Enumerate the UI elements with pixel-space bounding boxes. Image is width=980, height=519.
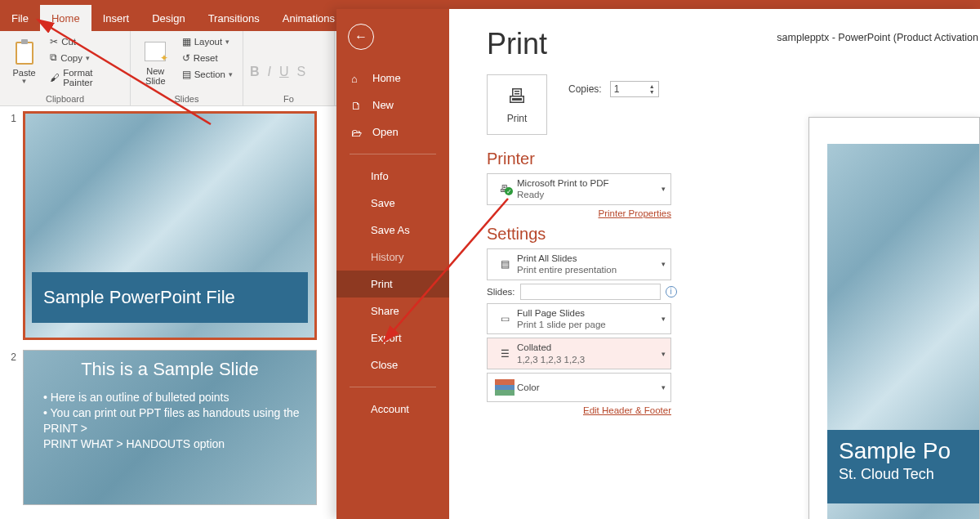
layout-button[interactable]: ▦Layout <box>179 34 236 49</box>
nav-new[interactable]: 🗋New <box>336 92 449 119</box>
spinner-icon[interactable]: ▲▼ <box>649 83 655 95</box>
backstage-content: samplepptx - PowerPoint (Product Activat… <box>449 9 980 519</box>
color-swatch-icon <box>492 377 517 398</box>
slide2-body: Here is an outline of bulleted points Yo… <box>43 390 305 452</box>
color-select[interactable]: Color <box>487 373 671 402</box>
nav-home[interactable]: ⌂Home <box>336 65 449 92</box>
section-icon: ▤ <box>182 69 191 80</box>
brush-icon: 🖌 <box>50 73 60 83</box>
printer-select[interactable]: 🖶✓ Microsoft Print to PDFReady <box>487 173 671 205</box>
nav-share[interactable]: Share <box>336 298 449 324</box>
new-slide-button[interactable]: New Slide <box>137 34 174 90</box>
slides-stack-icon: ▤ <box>492 253 517 275</box>
print-button[interactable]: 🖶 Print <box>487 74 547 135</box>
printer-ready-icon: 🖶✓ <box>500 184 510 194</box>
tab-home[interactable]: Home <box>40 5 91 31</box>
clipboard-group-label: Clipboard <box>7 92 123 104</box>
arrow-left-icon: ← <box>354 29 368 44</box>
folder-open-icon: 🗁 <box>351 127 364 138</box>
nav-history: History <box>336 244 449 271</box>
backstage-nav: ← ⌂Home 🗋New 🗁Open Info Save Save As His… <box>336 9 449 519</box>
collate-icon: ☰ <box>492 343 517 365</box>
slide-thumb-1[interactable]: Sample PowerPoint File <box>23 111 317 340</box>
section-button[interactable]: ▤Section <box>179 67 236 82</box>
printer-icon: 🖶 <box>507 85 527 108</box>
collate-select[interactable]: ☰ Collated1,2,3 1,2,3 1,2,3 <box>487 338 671 369</box>
print-range-select[interactable]: ▤ Print All SlidesPrint entire presentat… <box>487 248 671 280</box>
cut-button[interactable]: ✂Cut <box>47 34 123 49</box>
slide2-title: This is a Sample Slide <box>24 359 316 380</box>
backstage-panel: ← ⌂Home 🗋New 🗁Open Info Save Save As His… <box>336 9 980 519</box>
info-icon[interactable]: i <box>666 286 677 298</box>
layout-icon: ▦ <box>182 36 191 47</box>
preview-subtitle: St. Cloud Tech <box>839 466 980 483</box>
underline-button[interactable]: U <box>279 65 289 79</box>
reset-button[interactable]: ↺Reset <box>179 51 236 65</box>
slide1-title: Sample PowerPoint File <box>32 272 308 323</box>
nav-save[interactable]: Save <box>336 190 449 217</box>
nav-export[interactable]: Export <box>336 324 449 351</box>
slide-thumb-2[interactable]: This is a Sample Slide Here is an outlin… <box>23 350 317 505</box>
thumb-number: 1 <box>8 111 16 124</box>
strike-button[interactable]: S <box>297 65 306 79</box>
new-slide-label: New Slide <box>145 66 165 86</box>
preview-title: Sample Po <box>839 438 980 464</box>
font-group-label: Fo <box>250 92 327 104</box>
copies-label: Copies: <box>568 83 602 95</box>
clipboard-icon <box>16 42 33 65</box>
slides-group-label: Slides <box>137 92 236 104</box>
document-title: samplepptx - PowerPoint (Product Activat… <box>768 29 980 47</box>
slide-thumbnails: 1 Sample PowerPoint File 2 This is a Sam… <box>0 106 333 519</box>
layout-select[interactable]: ▭ Full Page SlidesPrint 1 slide per page <box>487 303 671 335</box>
thumb-number: 2 <box>8 350 16 363</box>
printer-properties-link[interactable]: Printer Properties <box>599 208 671 218</box>
back-button[interactable]: ← <box>348 24 374 50</box>
settings-heading: Settings <box>487 225 546 244</box>
slides-label: Slides: <box>487 287 515 297</box>
copy-icon: ⧉ <box>50 52 57 63</box>
tab-animations[interactable]: Animations <box>271 5 346 31</box>
document-icon: 🗋 <box>351 100 364 111</box>
home-icon: ⌂ <box>351 73 364 84</box>
nav-print[interactable]: Print <box>336 271 449 298</box>
page-icon: ▭ <box>492 308 517 329</box>
nav-account[interactable]: Account <box>336 396 449 423</box>
nav-save-as[interactable]: Save As <box>336 217 449 244</box>
bold-button[interactable]: B <box>250 65 260 79</box>
tab-insert[interactable]: Insert <box>91 5 141 31</box>
reset-icon: ↺ <box>182 52 190 64</box>
tab-file[interactable]: File <box>0 5 40 31</box>
tab-transitions[interactable]: Transitions <box>197 5 271 31</box>
slides-input[interactable] <box>520 284 661 300</box>
tab-design[interactable]: Design <box>140 5 196 31</box>
printer-heading: Printer <box>487 150 535 168</box>
print-preview: Sample Po St. Cloud Tech <box>808 117 980 519</box>
paste-button[interactable]: Paste ▼ <box>7 34 42 90</box>
paste-label: Paste <box>13 68 36 78</box>
format-painter-button[interactable]: 🖌Format Painter <box>47 66 123 89</box>
new-slide-icon <box>145 42 166 61</box>
nav-open[interactable]: 🗁Open <box>336 119 449 145</box>
copy-button[interactable]: ⧉Copy <box>47 51 123 65</box>
copies-input[interactable]: 1 ▲▼ <box>610 81 659 97</box>
nav-info[interactable]: Info <box>336 163 449 190</box>
scissors-icon: ✂ <box>50 36 58 47</box>
nav-close[interactable]: Close <box>336 351 449 378</box>
italic-button[interactable]: I <box>268 65 271 79</box>
edit-header-footer-link[interactable]: Edit Header & Footer <box>583 405 671 415</box>
